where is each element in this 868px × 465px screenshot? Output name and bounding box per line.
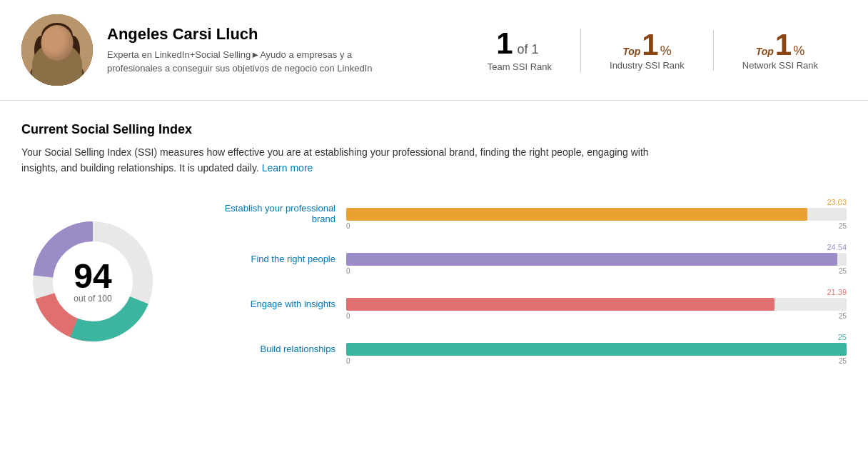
industry-ssi-stat: Top 1 % Industry SSI Rank xyxy=(581,30,714,71)
chart-section: 94 out of 100 Establish your professiona… xyxy=(21,198,847,365)
bar-row: Engage with insights 21.39 0 25 xyxy=(207,288,847,320)
bar-axis-2: 0 25 xyxy=(346,312,847,320)
network-ssi-main: Top 1 % xyxy=(742,30,818,60)
bar-label-2: Engage with insights xyxy=(207,299,335,309)
svg-point-8 xyxy=(61,46,65,49)
bar-axis-1: 0 25 xyxy=(346,267,847,275)
avatar-image xyxy=(21,14,93,86)
profile-bio: Experta en LinkedIn+Social Selling►Ayudo… xyxy=(107,48,393,76)
bar-wrapper-0: 23.03 0 25 xyxy=(346,198,847,230)
bar-row: Build relationships 25 0 25 xyxy=(207,333,847,365)
donut-score: 94 xyxy=(74,259,111,294)
main-content: Current Social Selling Index Your Social… xyxy=(0,101,868,386)
network-ssi-stat: Top 1 % Network SSI Rank xyxy=(714,30,847,71)
svg-point-4 xyxy=(41,23,73,49)
bar-value-label-2: 21.39 xyxy=(346,288,847,296)
team-ssi-of: of 1 xyxy=(518,42,539,57)
bar-axis-0: 0 25 xyxy=(346,222,847,230)
bar-label-1: Find the right people xyxy=(207,254,335,264)
donut-center: 94 out of 100 xyxy=(74,259,111,304)
bar-fill-1 xyxy=(346,253,837,266)
bar-track-2 xyxy=(346,298,847,311)
svg-point-6 xyxy=(66,36,80,64)
bar-track-3 xyxy=(346,343,847,356)
team-ssi-main: 1 of 1 xyxy=(488,29,552,59)
svg-point-5 xyxy=(34,36,49,64)
industry-ssi-percent: % xyxy=(660,44,672,59)
network-top-label: Top xyxy=(756,46,774,57)
bar-label-0: Establish your professional brand xyxy=(207,203,335,224)
network-ssi-label: Network SSI Rank xyxy=(742,60,818,71)
bar-axis-3: 0 25 xyxy=(346,357,847,365)
bars-container: Establish your professional brand 23.03 … xyxy=(207,198,847,365)
bar-label-3: Build relationships xyxy=(207,344,335,354)
bar-value-label-1: 24.54 xyxy=(346,243,847,251)
bar-row: Find the right people 24.54 0 25 xyxy=(207,243,847,275)
svg-rect-2 xyxy=(51,56,63,66)
profile-name: Angeles Carsi Lluch xyxy=(107,25,393,44)
bar-track-1 xyxy=(346,253,847,266)
industry-ssi-number: 1 xyxy=(642,30,658,60)
bar-fill-3 xyxy=(346,343,847,356)
header: Angeles Carsi Lluch Experta en LinkedIn+… xyxy=(0,0,868,101)
stats-section: 1 of 1 Team SSI Rank Top 1 % Industry SS… xyxy=(459,29,847,72)
ssi-description: Your Social Selling Index (SSI) measures… xyxy=(21,144,664,176)
bar-wrapper-3: 25 0 25 xyxy=(346,333,847,365)
bar-track-0 xyxy=(346,208,847,221)
donut-label: out of 100 xyxy=(74,294,111,304)
bar-wrapper-1: 24.54 0 25 xyxy=(346,243,847,275)
team-ssi-stat: 1 of 1 Team SSI Rank xyxy=(459,29,581,72)
avatar xyxy=(21,14,93,86)
bar-value-label-3: 25 xyxy=(346,333,847,341)
svg-point-9 xyxy=(56,51,59,53)
team-ssi-number: 1 xyxy=(496,29,513,59)
bar-fill-0 xyxy=(346,208,807,221)
bar-fill-2 xyxy=(346,298,774,311)
industry-ssi-main: Top 1 % xyxy=(610,30,685,60)
industry-top-label: Top xyxy=(622,46,640,57)
learn-more-link[interactable]: Learn more xyxy=(262,162,313,174)
bar-value-label-0: 23.03 xyxy=(346,198,847,206)
svg-point-1 xyxy=(30,57,84,86)
bar-wrapper-2: 21.39 0 25 xyxy=(346,288,847,320)
network-ssi-percent: % xyxy=(793,44,804,59)
team-ssi-label: Team SSI Rank xyxy=(488,61,552,72)
profile-info: Angeles Carsi Lluch Experta en LinkedIn+… xyxy=(107,25,393,76)
svg-point-7 xyxy=(49,46,54,49)
ssi-title: Current Social Selling Index xyxy=(21,122,847,137)
donut-chart: 94 out of 100 xyxy=(21,210,164,353)
industry-ssi-label: Industry SSI Rank xyxy=(610,60,685,71)
bar-row: Establish your professional brand 23.03 … xyxy=(207,198,847,230)
svg-point-3 xyxy=(41,31,73,66)
ssi-description-text: Your Social Selling Index (SSI) measures… xyxy=(21,146,649,174)
network-ssi-number: 1 xyxy=(775,30,792,60)
